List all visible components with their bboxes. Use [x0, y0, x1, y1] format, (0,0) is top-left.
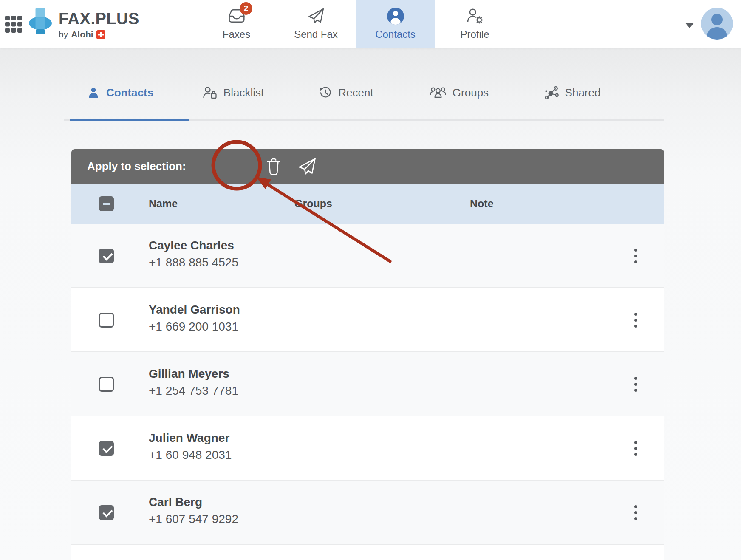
- contact-phone: +1 888 885 4525: [149, 256, 238, 269]
- contacts-table-body: Caylee Charles +1 888 885 4525 Yandel Ga…: [71, 224, 664, 560]
- tab-blacklist[interactable]: Blacklist: [177, 77, 290, 108]
- trash-icon: [266, 158, 281, 175]
- toolbar-label: Apply to selection:: [87, 160, 186, 173]
- person-gear-icon: [466, 7, 484, 25]
- contact-name: Carl Berg: [149, 495, 202, 509]
- table-row[interactable]: Caylee Charles +1 888 885 4525: [71, 224, 664, 288]
- select-all-checkbox[interactable]: [99, 196, 114, 211]
- tab-groups[interactable]: Groups: [403, 77, 516, 108]
- table-row[interactable]: Yandel Garrison +1 669 200 1031: [71, 288, 664, 352]
- person-icon: [87, 86, 100, 99]
- table-row[interactable]: Julien Wagner +1 60 948 2031: [71, 416, 664, 481]
- contact-name: Caylee Charles: [149, 239, 234, 252]
- row-menu-button[interactable]: [628, 243, 643, 269]
- row-checkbox[interactable]: [99, 313, 114, 328]
- nav-item-send-fax[interactable]: Send Fax: [276, 0, 356, 48]
- nav-label: Faxes: [223, 28, 250, 40]
- contact-phone: +1 254 753 7781: [149, 384, 238, 398]
- column-header-name: Name: [149, 184, 178, 224]
- nav-item-contacts[interactable]: Contacts: [356, 0, 435, 48]
- row-menu-button[interactable]: [628, 371, 643, 397]
- table-row[interactable]: Carl Berg +1 607 547 9292: [71, 481, 664, 545]
- table-row[interactable]: Gillian Meyers +1 254 753 7781: [71, 352, 664, 416]
- tab-recent[interactable]: Recent: [290, 77, 403, 108]
- contacts-table-header: Name Groups Note: [71, 184, 664, 224]
- nav-label: Profile: [460, 28, 489, 40]
- apply-to-selection-toolbar: Apply to selection:: [71, 149, 664, 184]
- contact-name: Yandel Garrison: [149, 303, 240, 317]
- nav-item-faxes[interactable]: Faxes 2: [197, 0, 276, 48]
- tab-shared[interactable]: Shared: [516, 77, 629, 108]
- top-bar: FAX.PLUS byAlohi Faxes 2: [0, 0, 741, 48]
- avatar[interactable]: [701, 8, 733, 40]
- row-checkbox[interactable]: [99, 377, 114, 392]
- nav-label: Contacts: [375, 28, 416, 40]
- main-nav: Faxes 2 Send Fax Contacts: [197, 0, 515, 48]
- person-lock-icon: [203, 86, 217, 99]
- paper-plane-icon: [307, 7, 325, 25]
- row-checkbox[interactable]: [99, 441, 114, 456]
- table-row-partial: [71, 545, 664, 560]
- delete-selection-button[interactable]: [266, 149, 285, 184]
- paper-plane-icon: [297, 157, 317, 176]
- nav-label: Send Fax: [294, 28, 338, 40]
- contact-phone: +1 607 547 9292: [149, 512, 238, 526]
- brand-byline: byAlohi: [59, 29, 139, 40]
- brand-logo[interactable]: FAX.PLUS byAlohi: [29, 6, 139, 40]
- people-icon: [430, 86, 446, 99]
- row-menu-button[interactable]: [628, 436, 643, 461]
- person-circle-icon: [387, 7, 404, 25]
- contacts-tab-bar: Contacts Blacklist Recent: [64, 77, 664, 121]
- column-header-note: Note: [470, 184, 494, 224]
- contact-phone: +1 669 200 1031: [149, 320, 238, 334]
- fax-logo-icon: [29, 8, 52, 38]
- caret-down-icon[interactable]: [685, 23, 694, 28]
- faxes-badge: 2: [240, 2, 252, 15]
- column-header-groups: Groups: [294, 184, 332, 224]
- row-menu-button[interactable]: [628, 307, 643, 333]
- history-icon: [319, 86, 332, 99]
- contact-name: Gillian Meyers: [149, 367, 229, 381]
- nav-item-profile[interactable]: Profile: [435, 0, 515, 48]
- row-checkbox[interactable]: [99, 249, 114, 263]
- contact-name: Julien Wagner: [149, 431, 229, 445]
- brand-name: FAX.PLUS: [59, 9, 139, 28]
- active-tab-underline: [70, 119, 189, 121]
- avatar-person-icon: [701, 8, 733, 40]
- share-network-icon: [544, 86, 559, 99]
- swiss-flag-icon: [96, 30, 105, 39]
- contact-phone: +1 60 948 2031: [149, 448, 232, 462]
- row-menu-button[interactable]: [628, 500, 643, 525]
- app-grid-icon[interactable]: [5, 16, 22, 33]
- tab-contacts[interactable]: Contacts: [64, 77, 177, 108]
- row-checkbox[interactable]: [99, 505, 114, 520]
- send-fax-to-selection-button[interactable]: [297, 149, 317, 184]
